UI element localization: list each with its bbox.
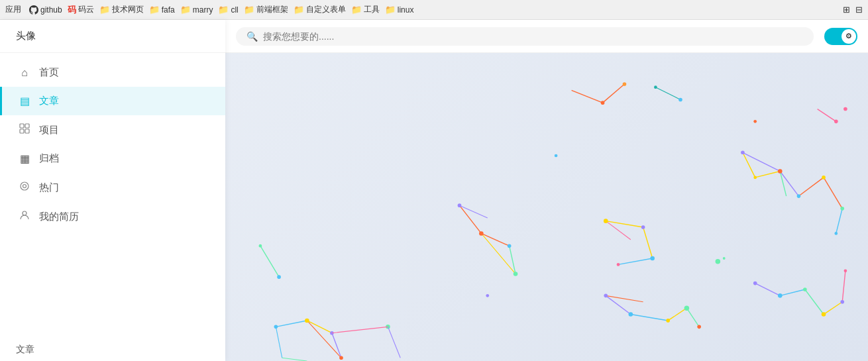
qianduan-label[interactable]: 前端框架 xyxy=(256,4,288,15)
nav-item-resume[interactable]: 我的简历 xyxy=(0,202,225,231)
bookmark-github[interactable]: github xyxy=(29,5,62,15)
svg-point-87 xyxy=(555,154,558,158)
search-input[interactable] xyxy=(263,31,803,42)
svg-point-5 xyxy=(23,185,27,188)
svg-point-67 xyxy=(840,300,844,304)
network-svg xyxy=(225,53,868,361)
svg-point-9 xyxy=(601,101,605,105)
nav-item-article[interactable]: ▤ 文章 xyxy=(0,87,225,115)
svg-point-53 xyxy=(604,294,608,298)
folder-icon-linux: 📁 xyxy=(385,5,396,15)
folder-icon-cll: 📁 xyxy=(218,5,229,15)
home-icon: ⌂ xyxy=(18,67,31,79)
top-right-icons: ⊞ ⊟ xyxy=(843,5,863,15)
svg-point-27 xyxy=(822,176,826,180)
svg-line-71 xyxy=(276,321,307,327)
grid-icon[interactable]: ⊞ xyxy=(843,5,850,15)
bookmark-jishu[interactable]: 📁 技术网页 xyxy=(99,4,144,15)
hot-icon xyxy=(18,181,31,194)
svg-line-61 xyxy=(824,302,842,315)
nav-label-resume: 我的简历 xyxy=(39,211,79,223)
svg-line-32 xyxy=(481,233,509,246)
svg-line-8 xyxy=(603,84,625,103)
svg-line-76 xyxy=(282,358,307,361)
toggle-knob: ⚙ xyxy=(841,29,856,44)
svg-line-52 xyxy=(606,295,643,301)
nav-item-archive[interactable]: ▦ 归档 xyxy=(0,144,225,173)
svg-line-21 xyxy=(743,152,755,178)
svg-line-84 xyxy=(260,246,279,277)
nav-item-home[interactable]: ⌂ 首页 xyxy=(0,58,225,87)
archive-icon: ▦ xyxy=(18,152,31,165)
svg-rect-1 xyxy=(25,124,29,128)
nav-item-hot[interactable]: 热门 xyxy=(0,173,225,202)
svg-point-26 xyxy=(797,194,801,198)
svg-line-75 xyxy=(276,327,282,358)
svg-line-35 xyxy=(459,205,487,218)
toggle-button[interactable]: ⚙ xyxy=(824,28,857,45)
folder-icon-jishu: 📁 xyxy=(99,5,110,15)
folder-icon-qianduan: 📁 xyxy=(244,5,254,15)
svg-line-62 xyxy=(842,271,845,302)
mayun-icon: 码 xyxy=(68,4,76,16)
resume-icon xyxy=(18,210,31,223)
bookmark-fafa[interactable]: 📁 fafa xyxy=(149,5,175,15)
svg-line-19 xyxy=(824,178,842,209)
bookmark-zidinyi[interactable]: 📁 自定义表单 xyxy=(294,4,346,15)
svg-point-69 xyxy=(843,107,847,111)
search-icon: 🔍 xyxy=(246,31,258,42)
gongju-label[interactable]: 工具 xyxy=(364,4,380,15)
svg-line-51 xyxy=(686,308,699,327)
gear-icon: ⚙ xyxy=(845,32,852,40)
svg-line-31 xyxy=(459,205,481,233)
bookmark-qianduan[interactable]: 📁 前端框架 xyxy=(244,4,288,15)
svg-point-89 xyxy=(723,257,726,260)
mayun-label[interactable]: 码云 xyxy=(78,4,94,15)
linux-label[interactable]: linux xyxy=(398,5,414,15)
svg-point-65 xyxy=(803,287,807,291)
marry-label[interactable]: marry xyxy=(193,5,213,15)
search-bar: 🔍 ⚙ xyxy=(225,20,868,53)
svg-point-57 xyxy=(697,325,701,329)
network-icon[interactable]: ⊟ xyxy=(855,5,863,15)
bookmark-marry[interactable]: 📁 marry xyxy=(180,5,213,15)
svg-line-20 xyxy=(836,209,842,234)
svg-point-77 xyxy=(274,325,278,329)
svg-point-29 xyxy=(834,232,838,235)
svg-line-40 xyxy=(606,221,643,227)
svg-line-60 xyxy=(805,289,824,315)
svg-line-48 xyxy=(606,295,631,314)
svg-line-49 xyxy=(631,315,668,321)
svg-point-85 xyxy=(259,244,262,248)
github-label[interactable]: github xyxy=(40,5,62,15)
svg-point-12 xyxy=(678,98,682,102)
fafa-label[interactable]: fafa xyxy=(162,5,175,15)
bookmark-cll[interactable]: 📁 cll xyxy=(218,5,238,15)
svg-line-34 xyxy=(481,233,515,274)
apps-label[interactable]: 应用 xyxy=(5,4,21,15)
svg-point-39 xyxy=(514,272,518,276)
zidinyi-label[interactable]: 自定义表单 xyxy=(306,4,346,15)
jishu-label[interactable]: 技术网页 xyxy=(112,4,144,15)
bookmark-mayun[interactable]: 码 码云 xyxy=(68,4,94,16)
nav-items: ⌂ 首页 ▤ 文章 项目 xyxy=(0,53,225,336)
svg-point-55 xyxy=(666,319,670,323)
svg-line-58 xyxy=(755,284,781,296)
bookmark-gongju[interactable]: 📁 工具 xyxy=(351,4,380,15)
article-icon: ▤ xyxy=(18,95,31,107)
cll-label[interactable]: cll xyxy=(231,5,238,15)
svg-point-63 xyxy=(753,282,757,285)
svg-point-47 xyxy=(617,263,620,266)
svg-rect-3 xyxy=(25,129,29,133)
nav-label-hot: 热门 xyxy=(39,181,59,194)
svg-point-24 xyxy=(741,150,745,154)
svg-rect-0 xyxy=(20,124,24,128)
nav-label-project: 项目 xyxy=(39,124,59,136)
svg-line-83 xyxy=(388,327,400,358)
svg-line-18 xyxy=(798,178,824,196)
svg-point-56 xyxy=(684,305,690,311)
svg-point-10 xyxy=(623,82,627,86)
nav-item-project[interactable]: 项目 xyxy=(0,115,225,144)
svg-point-15 xyxy=(834,120,838,124)
bookmark-linux[interactable]: 📁 linux xyxy=(385,5,414,15)
